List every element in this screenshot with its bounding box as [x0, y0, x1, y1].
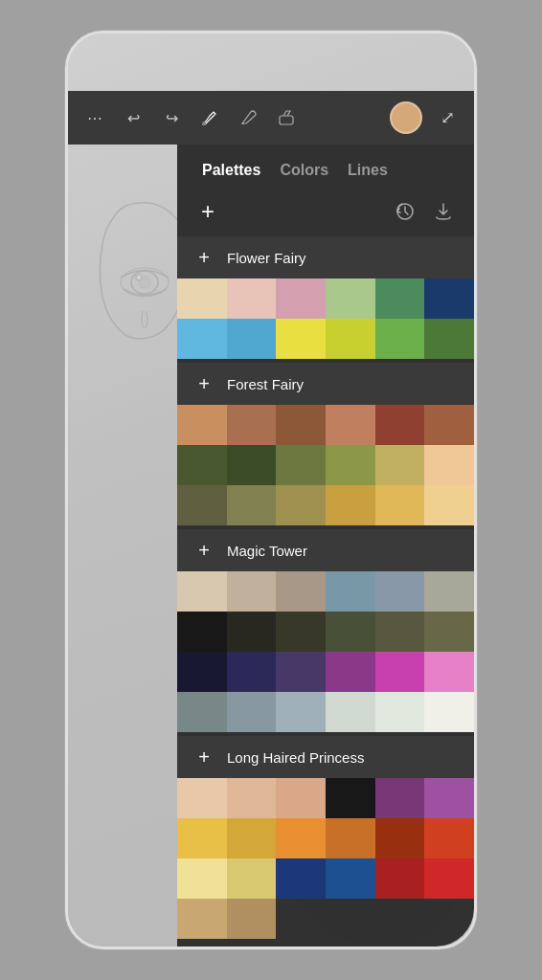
color-swatch[interactable] — [424, 571, 474, 612]
tab-colors[interactable]: Colors — [270, 158, 338, 183]
color-swatch[interactable] — [424, 612, 474, 652]
color-swatch[interactable] — [227, 612, 277, 652]
color-swatch[interactable] — [326, 445, 375, 485]
color-swatch[interactable] — [276, 485, 326, 525]
color-swatch[interactable] — [227, 571, 277, 612]
color-swatch[interactable] — [375, 612, 425, 652]
palette-header-forest-fairy[interactable]: + Forest Fairy — [177, 363, 474, 405]
color-swatch[interactable] — [424, 652, 474, 692]
color-swatch[interactable] — [326, 571, 375, 612]
color-swatch[interactable] — [227, 405, 277, 445]
color-swatch[interactable] — [375, 652, 425, 692]
color-swatch[interactable] — [177, 818, 227, 858]
color-swatch[interactable] — [227, 445, 277, 485]
color-swatch[interactable] — [177, 652, 227, 692]
color-swatch[interactable] — [177, 571, 227, 612]
tab-palettes[interactable]: Palettes — [192, 158, 270, 183]
color-swatch[interactable] — [227, 899, 277, 939]
color-swatch[interactable] — [227, 485, 277, 525]
color-swatch[interactable] — [177, 485, 227, 525]
add-to-flower-fairy[interactable]: + — [192, 246, 215, 269]
color-swatch[interactable] — [177, 692, 227, 732]
color-swatch[interactable] — [276, 278, 326, 319]
color-swatch[interactable] — [276, 652, 326, 692]
add-to-magic-tower[interactable]: + — [192, 539, 215, 562]
add-to-long-haired-princess[interactable]: + — [192, 746, 215, 768]
color-swatch[interactable] — [326, 858, 375, 899]
color-swatch[interactable] — [424, 405, 474, 445]
color-swatch[interactable] — [276, 858, 326, 899]
color-swatch[interactable] — [375, 778, 425, 818]
palette-header-long-haired-princess[interactable]: + Long Haired Princess — [177, 736, 474, 778]
color-swatch[interactable] — [177, 778, 227, 818]
tab-lines[interactable]: Lines — [338, 158, 397, 183]
add-to-forest-fairy[interactable]: + — [192, 372, 215, 395]
color-swatch[interactable] — [276, 612, 326, 652]
color-swatch[interactable] — [326, 405, 375, 445]
color-swatch[interactable] — [326, 612, 375, 652]
palette-header-magic-tower[interactable]: + Magic Tower — [177, 529, 474, 571]
color-swatch[interactable] — [424, 818, 474, 858]
color-swatch[interactable] — [375, 818, 425, 858]
undo-icon[interactable]: ↩ — [120, 104, 147, 131]
color-swatch[interactable] — [177, 858, 227, 899]
color-swatch[interactable] — [177, 445, 227, 485]
color-swatch[interactable] — [375, 445, 425, 485]
color-swatch[interactable] — [276, 445, 326, 485]
palette-magic-tower: + Magic Tower — [177, 529, 474, 732]
color-swatch[interactable] — [424, 485, 474, 525]
expand-icon[interactable]: ⤢ — [434, 104, 461, 131]
download-icon[interactable] — [428, 196, 459, 227]
palette-header-flower-fairy[interactable]: + Flower Fairy — [177, 236, 474, 278]
color-swatch[interactable] — [227, 858, 277, 899]
color-swatch[interactable] — [276, 778, 326, 818]
active-color[interactable] — [390, 101, 422, 134]
redo-icon[interactable]: ↪ — [158, 104, 185, 131]
color-swatch[interactable] — [375, 405, 425, 445]
color-swatch[interactable] — [177, 405, 227, 445]
color-swatch[interactable] — [424, 778, 474, 818]
magic-tower-colors — [177, 571, 474, 732]
color-swatch[interactable] — [326, 778, 375, 818]
color-swatch[interactable] — [177, 319, 227, 359]
brush-icon[interactable] — [196, 104, 223, 131]
color-swatch[interactable] — [424, 692, 474, 732]
color-swatch[interactable] — [424, 445, 474, 485]
color-swatch[interactable] — [227, 818, 277, 858]
eraser-icon[interactable] — [273, 104, 300, 131]
color-swatch[interactable] — [424, 319, 474, 359]
color-swatch[interactable] — [375, 571, 425, 612]
color-swatch[interactable] — [227, 652, 277, 692]
color-swatch[interactable] — [326, 319, 375, 359]
history-icon[interactable] — [390, 196, 420, 227]
color-swatch[interactable] — [276, 405, 326, 445]
color-swatch[interactable] — [276, 692, 326, 732]
color-swatch[interactable] — [326, 278, 375, 319]
color-swatch[interactable] — [177, 278, 227, 319]
color-swatch[interactable] — [276, 818, 326, 858]
color-swatch[interactable] — [424, 278, 474, 319]
color-swatch[interactable] — [375, 858, 425, 899]
color-swatch[interactable] — [424, 858, 474, 899]
color-swatch[interactable] — [276, 319, 326, 359]
color-swatch[interactable] — [177, 612, 227, 652]
svg-point-4 — [202, 122, 206, 125]
color-swatch[interactable] — [326, 818, 375, 858]
color-swatch[interactable] — [375, 692, 425, 732]
color-swatch[interactable] — [375, 485, 425, 525]
color-swatch[interactable] — [375, 319, 425, 359]
color-swatch[interactable] — [276, 571, 326, 612]
color-swatch[interactable] — [227, 778, 277, 818]
color-swatch[interactable] — [326, 652, 375, 692]
color-swatch[interactable] — [227, 278, 277, 319]
color-swatch[interactable] — [227, 692, 277, 732]
color-swatch[interactable] — [326, 485, 375, 525]
add-palette-button[interactable]: + — [192, 196, 223, 227]
color-swatch[interactable] — [177, 899, 227, 939]
pen-icon[interactable] — [235, 104, 261, 131]
phone-frame: ⋯ ↩ ↪ ⤢ Palettes Co — [65, 31, 477, 949]
color-swatch[interactable] — [227, 319, 277, 359]
menu-icon[interactable]: ⋯ — [81, 104, 108, 131]
color-swatch[interactable] — [375, 278, 425, 319]
color-swatch[interactable] — [326, 692, 375, 732]
